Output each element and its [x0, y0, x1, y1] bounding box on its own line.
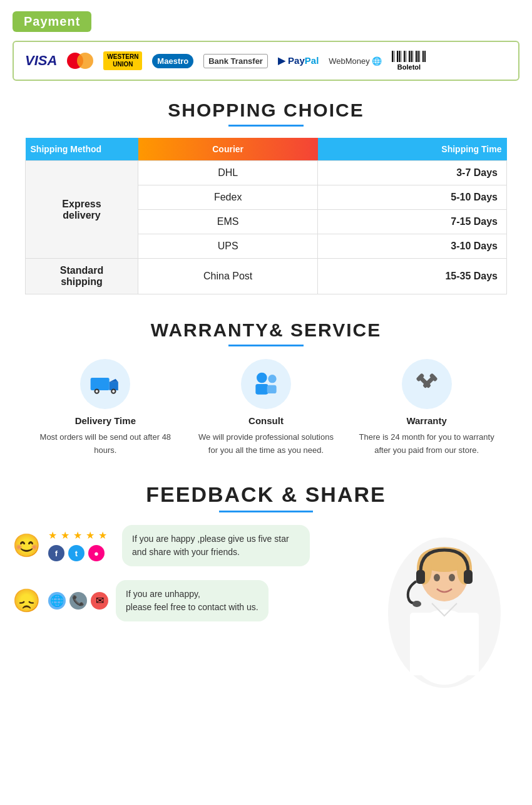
paypal-logo: ▶ PayPal	[278, 55, 319, 66]
warranty-title-label: Warranty	[406, 415, 446, 426]
ems-time-cell: 7-15 Days	[318, 210, 507, 234]
th-shipping-time: Shipping Time	[318, 138, 507, 161]
unhappy-emoji: 😞	[13, 588, 41, 614]
boleto-logo: Boletol	[392, 51, 426, 71]
stars-row: ★ ★ ★ ★ ★	[48, 529, 107, 541]
bank-transfer-logo: Bank Transfer	[203, 54, 268, 68]
standard-shipping-cell: Standardshipping	[26, 259, 138, 294]
tools-icon	[411, 368, 442, 400]
ups-time-cell: 3-10 Days	[318, 234, 507, 259]
warranty-underline	[228, 345, 304, 346]
warranty-item-delivery: Delivery Time Most orders will be send o…	[36, 359, 174, 457]
feedback-happy-row: 😊 ★ ★ ★ ★ ★ f t ● If you are happ	[13, 525, 382, 566]
warranty-icons-row: Delivery Time Most orders will be send o…	[13, 359, 519, 457]
th-shipping-method: Shipping Method	[26, 138, 138, 161]
feedback-title: FEEDBACK & SHARE	[13, 482, 519, 507]
star-5: ★	[98, 529, 107, 541]
table-row: Standardshipping China Post 15-35 Days	[26, 259, 507, 294]
svg-rect-22	[416, 570, 425, 584]
facebook-icon[interactable]: f	[48, 545, 64, 561]
chinapost-time-cell: 15-35 Days	[318, 259, 507, 294]
payment-logos-box: VISA WESTERNUNION Maestro Bank Transfer …	[13, 41, 519, 81]
svg-point-26	[449, 574, 455, 581]
feedback-left: 😊 ★ ★ ★ ★ ★ f t ● If you are happ	[13, 525, 382, 635]
consult-title: Consult	[248, 415, 284, 426]
warranty-item-warranty: Warranty There is 24 month for you to wa…	[358, 359, 496, 457]
truck-icon	[90, 368, 121, 400]
star-4: ★	[86, 529, 95, 541]
support-icon: 📞	[69, 592, 87, 610]
happy-bubble: If you are happy ,please give us five st…	[122, 525, 310, 566]
star-2: ★	[61, 529, 69, 541]
shopping-title: SHOPPING CHOICE	[13, 100, 519, 121]
unhappy-bubble: If you are unhappy,please feel free to c…	[116, 580, 269, 621]
social-icons-row: f t ●	[48, 545, 107, 561]
payment-section: Payment VISA WESTERNUNION Maestro Bank T…	[0, 0, 532, 87]
svg-rect-10	[267, 385, 277, 393]
delivery-time-desc: Most orders will be send out after 48 ho…	[36, 431, 174, 457]
consult-desc: We will provide professional solutions f…	[197, 431, 335, 457]
feedback-underline	[219, 511, 313, 512]
visa-logo: VISA	[25, 53, 57, 69]
western-union-logo: WESTERNUNION	[103, 51, 142, 70]
ups-cell: UPS	[138, 234, 318, 259]
webmoney-logo: WebMoney 🌐	[329, 56, 382, 66]
svg-marker-2	[110, 379, 118, 382]
shipping-table: Shipping Method Courier Shipping Time Ex…	[25, 138, 507, 294]
warranty-desc: There is 24 month for you to warranty af…	[358, 431, 496, 457]
warranty-icon-circle	[402, 359, 452, 409]
consult-icon-circle	[241, 359, 291, 409]
shopping-section: SHOPPING CHOICE Shipping Method Courier …	[0, 87, 532, 301]
svg-point-7	[257, 373, 267, 383]
svg-point-9	[268, 375, 276, 383]
consult-icon	[250, 368, 282, 400]
warranty-item-consult: Consult We will provide professional sol…	[197, 359, 335, 457]
dhl-time-cell: 3-7 Days	[318, 161, 507, 185]
warranty-title: WARRANTY& SERVICE	[13, 319, 519, 341]
star-1: ★	[48, 529, 57, 541]
svg-rect-23	[464, 570, 473, 584]
globe-icon: 🌐	[48, 592, 66, 610]
express-delivery-cell: Expressdelivery	[26, 161, 138, 259]
svg-rect-21	[410, 613, 479, 675]
maestro-logo: Maestro	[152, 54, 193, 68]
svg-rect-8	[255, 384, 268, 395]
customer-photo	[382, 525, 519, 700]
table-row: Expressdelivery DHL 3-7 Days	[26, 161, 507, 185]
unhappy-icons: 🌐 📞 ✉	[48, 592, 108, 610]
customer-service-svg	[382, 525, 507, 700]
svg-point-6	[113, 390, 115, 393]
mastercard-logo	[67, 53, 93, 69]
th-courier: Courier	[138, 138, 318, 161]
happy-emoji: 😊	[13, 532, 41, 559]
delivery-time-title: Delivery Time	[75, 415, 136, 426]
feedback-unhappy-row: 😞 🌐 📞 ✉ If you are unhappy,please feel f…	[13, 580, 382, 621]
warranty-section: WARRANTY& SERVICE Delivery Time Most ord…	[0, 301, 532, 470]
fedex-cell: Fedex	[138, 185, 318, 210]
payment-badge: Payment	[13, 11, 91, 32]
star-3: ★	[73, 529, 82, 541]
ems-cell: EMS	[138, 210, 318, 234]
dhl-cell: DHL	[138, 161, 318, 185]
svg-rect-0	[91, 378, 110, 390]
svg-point-25	[434, 574, 440, 581]
svg-point-24	[412, 601, 421, 607]
feedback-content: 😊 ★ ★ ★ ★ ★ f t ● If you are happ	[13, 525, 519, 700]
feedback-section: FEEDBACK & SHARE 😊 ★ ★ ★ ★ ★ f t	[0, 470, 532, 713]
shopping-underline	[228, 125, 304, 127]
flickr-icon[interactable]: ●	[88, 545, 105, 561]
chinapost-cell: China Post	[138, 259, 318, 294]
fedex-time-cell: 5-10 Days	[318, 185, 507, 210]
twitter-icon[interactable]: t	[68, 545, 84, 561]
email-icon: ✉	[91, 592, 108, 610]
delivery-icon-circle	[80, 359, 130, 409]
svg-point-4	[96, 390, 98, 393]
